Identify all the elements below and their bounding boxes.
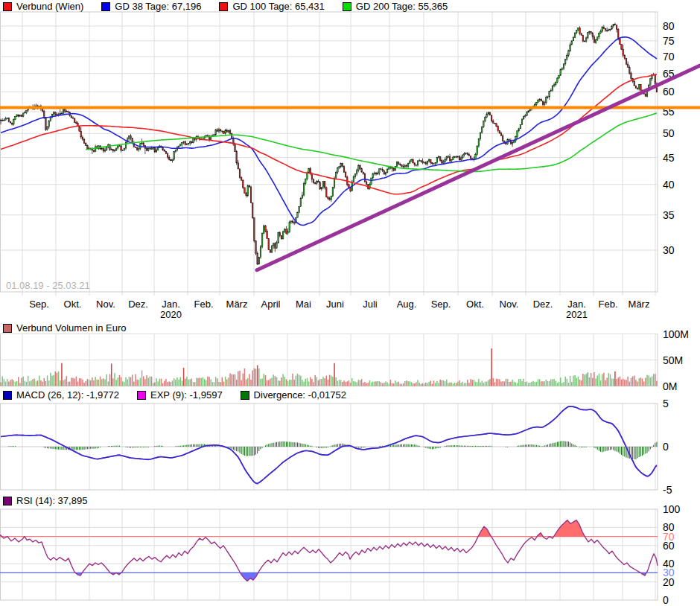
svg-text:0: 0 — [663, 594, 669, 606]
legend-label: GD 200 Tage: 55,365 — [356, 1, 448, 12]
legend-label: Verbund Volumen in Euro — [16, 322, 126, 334]
svg-text:70: 70 — [663, 51, 675, 63]
svg-text:Sep.: Sep. — [431, 299, 451, 310]
legend-item: Verbund (Wien) — [3, 1, 83, 12]
legend-item: RSI (14): 37,895 — [3, 495, 87, 506]
legend-label: Verbund (Wien) — [16, 1, 83, 12]
svg-text:Jan.: Jan. — [162, 299, 180, 310]
svg-text:Feb.: Feb. — [194, 299, 213, 310]
svg-text:-5: -5 — [663, 484, 672, 496]
rsi-panel[interactable]: 1008070604030200 — [0, 503, 681, 606]
macd-legend: MACD (26, 12): -1,9772EXP (9): -1,9597Di… — [3, 389, 364, 401]
svg-text:20: 20 — [663, 576, 675, 588]
svg-text:2021: 2021 — [566, 309, 588, 320]
legend-swatch-icon — [3, 2, 12, 11]
svg-text:Okt.: Okt. — [466, 299, 484, 310]
legend-item: Verbund Volumen in Euro — [3, 322, 126, 334]
svg-text:100M: 100M — [663, 328, 689, 340]
svg-text:April: April — [261, 299, 280, 310]
svg-text:50M: 50M — [663, 354, 683, 366]
svg-text:Dez.: Dez. — [128, 299, 148, 310]
verbund-stock-chart: 3035404550556065707580Sep.Okt.Nov.Dez.Ja… — [0, 0, 700, 606]
macd-line — [1, 406, 657, 483]
svg-text:Juli: Juli — [363, 299, 378, 310]
svg-text:50: 50 — [663, 127, 675, 139]
svg-text:Jan.: Jan. — [567, 299, 586, 310]
legend-swatch-icon — [3, 391, 12, 400]
svg-text:Sep.: Sep. — [29, 299, 49, 310]
legend-item: GD 100 Tage: 65,431 — [219, 1, 324, 12]
svg-text:100: 100 — [663, 503, 681, 515]
svg-text:60: 60 — [663, 540, 675, 552]
legend-label: GD 38 Tage: 67,196 — [115, 1, 201, 12]
volume-panel[interactable]: 100M50M0M — [0, 328, 689, 392]
chart-canvas[interactable]: 3035404550556065707580Sep.Okt.Nov.Dez.Ja… — [0, 0, 700, 606]
svg-text:Okt.: Okt. — [64, 299, 82, 310]
legend-label: EXP (9): -1,9597 — [150, 389, 223, 401]
ma-line-100 — [1, 74, 657, 194]
svg-text:80: 80 — [663, 20, 675, 32]
date-range-label: 01.08.19 - 25.03.21 — [6, 280, 90, 291]
rsi-line — [0, 520, 658, 581]
svg-text:30: 30 — [663, 244, 675, 256]
legend-label: Divergence: -0,01752 — [254, 389, 346, 401]
legend-item: MACD (26, 12): -1,9772 — [3, 389, 119, 401]
legend-item: GD 200 Tage: 55,365 — [343, 1, 448, 12]
svg-text:März: März — [629, 299, 650, 310]
trend-line — [257, 66, 700, 270]
legend-swatch-icon — [241, 391, 249, 400]
legend-label: GD 100 Tage: 65,431 — [232, 1, 324, 12]
macd-panel[interactable]: 50-5 — [0, 398, 672, 496]
legend-swatch-icon — [343, 2, 351, 11]
svg-text:45: 45 — [663, 152, 675, 164]
rsi-legend: RSI (14): 37,895 — [3, 495, 105, 506]
svg-text:Feb.: Feb. — [598, 299, 617, 310]
volume-legend: Verbund Volumen in Euro — [3, 322, 144, 334]
legend-swatch-icon — [219, 2, 228, 11]
svg-text:75: 75 — [663, 35, 675, 47]
svg-text:März: März — [226, 299, 248, 310]
svg-text:35: 35 — [663, 209, 675, 221]
legend-item: Divergence: -0,01752 — [241, 389, 346, 401]
legend-item: EXP (9): -1,9597 — [137, 389, 223, 401]
legend-swatch-icon — [3, 324, 12, 333]
rsi-overbought-fill — [0, 520, 585, 537]
price-legend: Verbund (Wien)GD 38 Tage: 67,196GD 100 T… — [3, 1, 465, 12]
price-panel[interactable]: 3035404550556065707580Sep.Okt.Nov.Dez.Ja… — [0, 12, 700, 320]
svg-text:2020: 2020 — [160, 309, 182, 320]
svg-text:Aug.: Aug. — [397, 299, 417, 310]
svg-text:Nov.: Nov. — [96, 299, 115, 310]
svg-text:Mai: Mai — [296, 299, 311, 310]
ma-line-200 — [86, 113, 657, 171]
svg-text:Nov.: Nov. — [500, 299, 519, 310]
svg-text:0M: 0M — [663, 380, 677, 392]
legend-item: GD 38 Tage: 67,196 — [101, 1, 201, 12]
svg-text:0: 0 — [663, 441, 669, 453]
svg-text:5: 5 — [663, 398, 669, 409]
legend-swatch-icon — [101, 2, 110, 11]
legend-label: MACD (26, 12): -1,9772 — [16, 389, 119, 401]
legend-swatch-icon — [137, 391, 146, 400]
svg-text:60: 60 — [663, 86, 675, 98]
rsi-oversold-fill — [75, 572, 646, 581]
svg-text:40: 40 — [663, 179, 675, 191]
legend-label: RSI (14): 37,895 — [16, 495, 87, 506]
svg-text:Juni: Juni — [326, 299, 344, 310]
macd-signal-line — [1, 406, 657, 484]
legend-swatch-icon — [3, 497, 12, 505]
svg-text:Dez.: Dez. — [533, 299, 553, 310]
